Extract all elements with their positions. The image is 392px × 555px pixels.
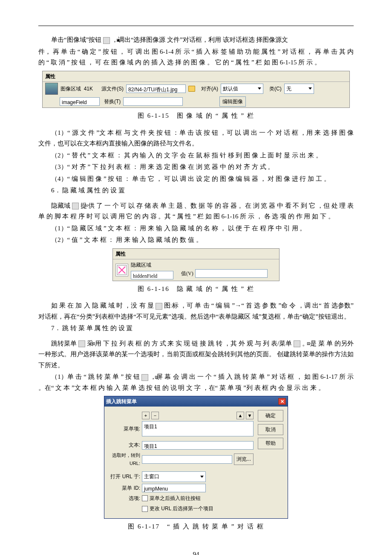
text: 采 用 下 拉 列 表 框 的 方 式 来 实 现 链 接 跳 转 ，其 外 观… [87,340,292,347]
menu-id-input[interactable]: jumpMenu [142,484,206,492]
chevron-down-icon [308,87,312,90]
cancel-button[interactable]: 取消 [258,424,283,435]
label: 隐藏区域 [131,261,173,269]
list-menu-icon: ▤ [294,340,300,347]
text: 提 供 了 一 个 可 以 存 储 表 单 主 题 、数 据 等 的 容 器 。… [38,202,354,220]
ok-button[interactable]: 确定 [258,410,283,421]
invisible-element-icon: ⬚ [156,303,162,310]
label: 图像区域 [61,86,81,92]
dialog-title: 插入跳转菜单 [106,397,137,406]
paragraph: （1）单 击 “ 跳 转 菜 单 ” 按 钮 ▥ ，屏 幕 会 调 出 一 个 … [38,372,354,393]
checkbox-label: 菜单之后插入前往按钮 [150,494,201,503]
label: 选取时，转到 URL: [109,451,140,467]
label: 值(V) [181,269,193,278]
help-button[interactable]: 帮助 [258,438,283,449]
text: 如 果 在 加 入 隐 藏 域 时 ，没 有 显 [51,302,154,309]
paragraph: （3）“ 对 齐 ” 下 拉 列 表 框 ： 用 来 选 定 图 像 在 浏 览… [38,162,354,173]
select-value: 默认值 [223,84,238,93]
list-item[interactable]: 项目1 [144,424,157,430]
paragraph: 隐藏域 H 提 供 了 一 个 可 以 存 储 表 单 主 题 、数 据 等 的… [38,200,354,222]
select-value: 无 [286,84,291,93]
thumbnail-icon [45,83,58,95]
chevron-down-icon [258,87,261,90]
paragraph: 如 果 在 加 入 隐 藏 域 时 ，没 有 显 ⬚ 图 标 ，可 单 击 “ … [38,300,354,322]
select-value: 主窗口 [144,472,159,481]
src-input[interactable]: 82/N4-2/TU/香山1.jpg [126,84,186,93]
image-field-icon: ▣ [103,37,110,44]
alt-input[interactable] [123,97,183,106]
properties-panel-image: 属性 图像区域 41K 源文件(S) 82/N4-2/TU/香山1.jpg 对齐… [42,71,350,108]
text-input[interactable]: 项目1 [142,441,254,450]
text: ，调出“选择图像源 文件”对话框，利用 该对话框选 择图像源文 [112,36,288,43]
size-text: 41K [84,86,93,92]
label: 替换(T) [104,97,121,106]
text: （1）单 击 “ 跳 转 菜 单 ” 按 钮 [51,373,140,380]
paragraph: （1）“ 隐 藏 区 域 ” 文 本 框 ： 用 来 输 入 隐 藏 域 的 名… [38,223,354,234]
class-select[interactable]: 无 [284,84,314,94]
name-input[interactable]: imageField [60,97,100,106]
top-rule [38,26,354,26]
label: 文本: [109,441,140,449]
panel-tab[interactable]: 属性 [113,249,279,259]
label: 选项: [109,494,140,503]
paragraph: （1）“ 源 文 件 ”文 本 框 与 文 件 夹 按 钮 ：单 击 该 按 钮… [38,128,354,149]
hidden-field-icon: H [72,203,79,209]
section-heading: 7． 跳 转 菜 单 属 性 的 设 置 [38,323,354,334]
jump-menu-button-icon: ▥ [141,374,148,381]
label: 菜单 ID: [109,484,140,492]
label: 类(C) [269,84,282,93]
label: 打开 URL 于: [109,472,140,481]
folder-icon[interactable] [188,86,195,92]
checkbox-label: 更改 URL 后选择第一个项目 [150,504,213,513]
url-input[interactable] [142,455,232,464]
paragraph: （2）“ 替 代 ” 文 本 框 ： 其 内 输 入 的 文 字 会 在 鼠 标… [38,150,354,161]
add-button[interactable]: + [142,412,150,419]
figure-caption: 图 6-1-17 “ 插 入 跳 转 菜 单 ” 对 话 框 [38,521,354,532]
chevron-down-icon [200,476,204,478]
close-icon[interactable]: ✕ [278,398,286,405]
figure-caption: 图 6-1-15 图 像 域 的 “ 属 性 ” 栏 [38,110,354,122]
value-input[interactable] [195,269,268,278]
align-select[interactable]: 默认值 [221,84,263,94]
text: 跳转菜单 [51,340,77,347]
properties-panel-hidden: 属性 隐藏区域 hiddenField 值(V) [112,248,280,281]
text: 隐藏域 [51,202,70,209]
browse-button[interactable]: 浏览... [234,453,254,465]
menu-items-listbox[interactable]: 项目1 [142,421,254,436]
label: 对齐(A) [201,84,218,93]
section-heading: 6． 隐 藏 域 属 性 的 设 置 [38,185,354,196]
insert-jump-menu-dialog: 插入跳转菜单 ✕ + − ▲ ▼ 菜单项: 项目1 [104,396,288,519]
edit-image-button[interactable]: 编辑图像 [219,96,246,107]
hidden-field-icon [115,264,128,276]
move-down-button[interactable]: ▼ [246,412,254,419]
move-up-button[interactable]: ▲ [236,412,244,419]
paragraph: 跳转菜单 ▥ 采 用 下 拉 列 表 框 的 方 式 来 实 现 链 接 跳 转… [38,338,354,371]
open-in-select[interactable]: 主窗口 [142,471,206,482]
paragraph: 件， 再 单 击 “ 确 定 ” 按 钮 ， 可 调 出 图 6-1-4 所 示… [38,46,354,68]
text: 单击“图像域”按钮 [51,36,101,43]
name-input[interactable]: hiddenField [131,271,173,279]
dialog-titlebar[interactable]: 插入跳转菜单 ✕ [104,396,288,407]
figure-caption: 图 6-1-16 隐 藏 域 的 “ 属 性 ” 栏 [38,284,354,295]
jump-menu-icon: ▥ [78,340,85,347]
checkbox-go-button[interactable] [142,495,148,501]
label: 源文件(S) [101,84,124,93]
page-number: 94 [38,549,354,555]
paragraph: 单击“图像域”按钮 ▣ ，调出“选择图像源 文件”对话框，利用 该对话框选 择图… [38,35,354,46]
checkbox-select-first[interactable] [142,506,148,512]
label: 菜单项: [109,424,140,433]
paragraph: （4）“ 编 辑 图 像 ” 按 钮 ： 单 击 它 ， 可 以 调 出 设 定… [38,174,354,185]
paragraph: （2）“ 值 ” 文 本 框 ： 用 来 输 入 隐 藏 域 的 数 值 。 [38,235,354,246]
panel-tab[interactable]: 属性 [43,71,349,82]
remove-button[interactable]: − [151,412,159,419]
